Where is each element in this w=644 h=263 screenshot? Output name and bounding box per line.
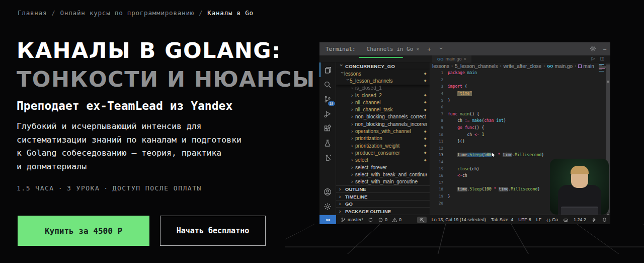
code-line-13[interactable]: 13 time.Sleep(500 * time.Millisecond)	[430, 152, 598, 159]
line-number: 4	[430, 91, 443, 96]
tree-item-prioritization[interactable]: ›prioritization●	[336, 135, 430, 142]
tree-item-select_with_break_and_continue[interactable]: ›select_with_break_and_continue	[336, 171, 430, 178]
code-line-7[interactable]: 7func main() {	[430, 111, 598, 118]
flask-icon[interactable]	[319, 150, 336, 165]
editor-tab-main-go[interactable]: GO main.go ×	[432, 55, 471, 62]
tree-item-operations_with_channel[interactable]: ›operations_with_channel●	[336, 127, 430, 135]
panel-outline[interactable]: ›OUTLINE	[336, 185, 430, 193]
vscode-window: Terminal: Channels in Go × + › – GO main…	[319, 42, 610, 224]
line-number: 12	[430, 146, 443, 151]
panel-package-outline[interactable]: ›PACKAGE OUTLINE	[336, 207, 430, 215]
tree-item-select_with_main_goroutine[interactable]: ›select_with_main_goroutine	[336, 178, 430, 185]
chevron-icon: ›	[351, 107, 355, 112]
meta-item: 3 УРОКА	[67, 184, 100, 192]
status-item[interactable]: UTF-8	[518, 217, 531, 222]
line-number: 16	[430, 173, 443, 178]
tree-item-nil_channel_task[interactable]: ›nil_channel_task●	[336, 106, 430, 113]
breadcrumb-item[interactable]: Каналы в Go	[207, 9, 254, 17]
description-line: систематизации знаний по каналам и подго…	[17, 134, 242, 147]
tree-item-non_blocking_channels_correct[interactable]: ›non_blocking_channels_correct	[336, 113, 430, 120]
zap-icon[interactable]	[591, 217, 597, 223]
minimize-icon[interactable]: –	[603, 46, 606, 52]
bell-icon[interactable]	[602, 217, 607, 223]
code-line-6[interactable]: 6	[430, 104, 598, 111]
modified-dot-icon: ●	[424, 100, 427, 105]
chevron-down-icon[interactable]: ›	[438, 47, 445, 51]
extensions-icon[interactable]	[319, 121, 336, 136]
tree-item-prioritization_weight[interactable]: ›prioritization_weight●	[336, 142, 430, 149]
line-number: 1	[430, 71, 443, 75]
line-number: 18	[430, 187, 443, 191]
tree-item-is_closed_2[interactable]: ›is_closed_2●	[336, 92, 430, 99]
copilot-icon[interactable]	[563, 217, 569, 223]
page: Главная/Онлайн курсы по программированию…	[0, 0, 644, 263]
code-line-4[interactable]: 4 "time"	[430, 90, 598, 97]
tree-item-5_lesson_channels[interactable]: ›5_lesson_channels●	[336, 77, 430, 84]
tree-item-select_forever[interactable]: ›select_forever	[336, 164, 430, 171]
breadcrumb-item[interactable]: Главная	[18, 9, 47, 17]
source-control-icon[interactable]: 19	[319, 92, 336, 106]
hero-description: Глубокий и исчерпывающий интенсив длясис…	[17, 120, 242, 173]
code-line-2[interactable]: 2	[430, 77, 598, 84]
code-line-12[interactable]: 12	[430, 145, 598, 152]
start-free-button[interactable]: Начать бесплатно	[160, 216, 266, 246]
editor-breadcrumbs: lessons›5_lesson_channels›write_after_cl…	[430, 62, 610, 70]
debug-icon[interactable]	[319, 106, 336, 121]
code-line-9[interactable]: 9 go func() {	[430, 124, 598, 132]
tree-item-select[interactable]: ›select●	[336, 157, 430, 164]
remote-icon[interactable]: ><	[319, 215, 336, 225]
breadcrumb-main[interactable]: main	[583, 63, 594, 69]
panel-go[interactable]: ›GO	[336, 200, 430, 208]
tree-item-producer_consumer[interactable]: ›producer_consumer●	[336, 149, 430, 156]
status-item[interactable]: 1.24.2	[574, 217, 586, 222]
breadcrumb-item[interactable]: Онлайн курсы по программированию	[60, 9, 194, 17]
code-line-11[interactable]: 11 }()	[430, 138, 598, 145]
split-editor-icon[interactable]: ◫	[600, 56, 604, 61]
buy-button[interactable]: Купить за 4500 Р	[18, 216, 149, 246]
beaker-icon[interactable]	[319, 136, 336, 150]
settings-gear-icon[interactable]	[590, 45, 596, 53]
braces-icon[interactable]: { }Go	[546, 217, 558, 222]
explorer-icon[interactable]	[319, 62, 336, 77]
status-item[interactable]: LF	[536, 217, 542, 222]
sync-icon[interactable]	[368, 217, 373, 223]
new-tab-icon[interactable]: +	[427, 45, 431, 53]
status-item[interactable]: Tab Size: 4	[491, 217, 514, 222]
settings-gear-icon[interactable]	[319, 199, 336, 214]
tree-item-is_closed_1[interactable]: ›is_closed_1	[336, 85, 430, 92]
code-line-3[interactable]: 3import (	[430, 83, 598, 90]
status-item[interactable]: Ln 13, Col 19 (14 selected)	[432, 217, 486, 222]
breadcrumb-main.go[interactable]: main.go	[555, 63, 573, 69]
account-icon[interactable]	[319, 184, 336, 199]
panel-timeline[interactable]: ›TIMELINE	[336, 192, 430, 200]
tab-strip: GO main.go × ▷ ◫	[319, 55, 610, 62]
tab-close-icon[interactable]: ×	[463, 56, 466, 61]
code-line-8[interactable]: 8 ch := make(chan int)	[430, 117, 598, 124]
chevron-icon: ›	[351, 165, 355, 170]
terminal-tab[interactable]: Channels in Go ×	[367, 46, 420, 52]
minimap[interactable]	[599, 63, 606, 72]
search-icon[interactable]	[319, 77, 336, 92]
zoom-icon[interactable]	[417, 217, 427, 223]
description-line: и допматериалы	[17, 160, 242, 174]
breadcrumb-write_after_close[interactable]: write_after_close	[504, 63, 542, 69]
code-line-1[interactable]: 1package main	[430, 70, 598, 77]
explorer-root-header[interactable]: › CONCURRENCY_GO	[336, 62, 430, 70]
breadcrumb-5_lesson_channels[interactable]: 5_lesson_channels	[455, 63, 498, 69]
breadcrumb-lessons[interactable]: lessons	[432, 63, 449, 69]
meta-item: 1.5 ЧАСА	[17, 184, 54, 192]
branch-icon[interactable]: master*	[341, 217, 363, 223]
errors-icon[interactable]: 0	[378, 217, 387, 223]
code-line-10[interactable]: 10 ch <- 1	[430, 131, 598, 138]
code-line-5[interactable]: 5)	[430, 97, 598, 104]
tab-close-icon[interactable]: ×	[416, 46, 419, 52]
warnings-icon[interactable]: 0	[392, 217, 401, 223]
chevron-icon: ›	[351, 157, 355, 163]
tree-item-non_blocking_channels_incorrect[interactable]: ›non_blocking_channels_incorrect	[336, 120, 430, 127]
tree-item-lessons[interactable]: ›lessons●	[336, 70, 430, 77]
tree-item-nil_channel[interactable]: ›nil_channel●	[336, 99, 430, 106]
terminal-label: Terminal:	[326, 46, 356, 52]
run-icon[interactable]: ▷	[592, 56, 595, 61]
status-right: Ln 13, Col 19 (14 selected)Tab Size: 4UT…	[412, 217, 607, 223]
code-editor[interactable]: lessons›5_lesson_channels›write_after_cl…	[430, 62, 610, 215]
